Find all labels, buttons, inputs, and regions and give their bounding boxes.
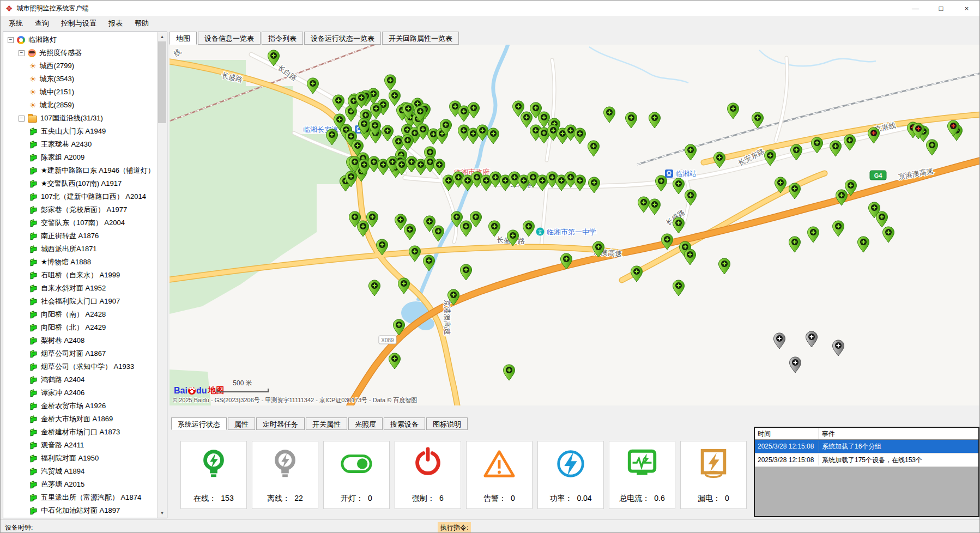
map-pin[interactable] (409, 246, 421, 262)
bottom-tab-3[interactable]: 开关属性 (306, 417, 347, 430)
tree-item-23[interactable]: 梨树巷 A2408 (3, 334, 157, 347)
tree-item-26[interactable]: 鸿鹤路 A2404 (3, 373, 157, 386)
tree-item-3[interactable]: ☀城东(3543) (3, 72, 157, 86)
map-pin[interactable] (752, 112, 764, 128)
map-pin[interactable] (833, 340, 844, 356)
tree-item-32[interactable]: 福利院对面 A1950 (3, 452, 157, 465)
map-pin[interactable] (589, 177, 600, 193)
map-pin[interactable] (626, 112, 637, 128)
tree-item-24[interactable]: 烟草公司对面 A1867 (3, 347, 157, 360)
map-pin[interactable] (714, 152, 725, 168)
map-pin[interactable] (649, 112, 661, 128)
map-pin[interactable] (461, 221, 472, 237)
tree-item-30[interactable]: 金桥建材市场门口 A1873 (3, 426, 157, 439)
map-pin[interactable] (673, 178, 685, 194)
tree-item-36[interactable]: 中石化加油站对面 A1897 (3, 504, 157, 517)
tree-item-8[interactable]: 王家珑巷 A2430 (3, 138, 157, 151)
map-pin[interactable] (868, 128, 880, 143)
tree-item-28[interactable]: 金桥农贸市场 A1926 (3, 399, 157, 413)
tree-item-1[interactable]: −光照度传感器 (3, 46, 157, 59)
tree-scrollbar[interactable]: ▲ ▼ (157, 32, 167, 518)
map-pin[interactable] (649, 199, 661, 215)
map-pin[interactable] (461, 264, 472, 280)
tree-item-33[interactable]: 汽贸城 A1894 (3, 465, 157, 478)
tree-expander-icon[interactable]: − (19, 50, 25, 56)
tree-item-37[interactable] (3, 517, 157, 518)
map-pin[interactable] (774, 333, 785, 349)
map-pin[interactable] (844, 135, 856, 150)
map-pin[interactable] (389, 353, 401, 369)
map-pin[interactable] (673, 280, 685, 296)
map-pin[interactable] (876, 211, 888, 227)
map-pin[interactable] (398, 278, 410, 294)
tree-item-22[interactable]: 向阳桥（北） A2429 (3, 321, 157, 334)
map-pin[interactable] (656, 175, 667, 191)
event-row-0[interactable]: 2025/3/28 12:15:08系统加载了16个分组 (755, 440, 978, 453)
map-pin[interactable] (673, 217, 685, 233)
map-tab-2[interactable]: 指令列表 (262, 32, 303, 45)
tree-item-21[interactable]: 向阳桥（南） A2428 (3, 308, 157, 321)
menu-item-3[interactable]: 报表 (102, 16, 129, 31)
tree-item-2[interactable]: ☀城西(2799) (3, 59, 157, 72)
map-pin[interactable] (791, 144, 802, 160)
map-pin[interactable] (604, 107, 615, 123)
tree-item-35[interactable]: 五里派出所（富源汽配） A1874 (3, 491, 157, 504)
menu-item-1[interactable]: 查询 (29, 16, 55, 31)
map-tab-0[interactable]: 地图 (170, 32, 197, 45)
minimize-button[interactable]: — (903, 1, 928, 16)
scroll-up-icon[interactable]: ▲ (158, 32, 167, 41)
map-pin[interactable] (631, 266, 643, 282)
map-pin[interactable] (385, 75, 396, 90)
map-pin[interactable] (489, 221, 500, 237)
tree-item-17[interactable]: ★博物馆 A1888 (3, 256, 157, 269)
map-pin[interactable] (927, 140, 938, 155)
menu-item-4[interactable]: 帮助 (129, 16, 155, 31)
map-pin[interactable] (371, 103, 382, 119)
map-pin[interactable] (806, 331, 818, 347)
tree-item-20[interactable]: 社会福利院大门口 A1907 (3, 295, 157, 308)
menu-item-0[interactable]: 系统 (3, 16, 29, 31)
map-pin[interactable] (790, 357, 801, 373)
map-pin[interactable] (858, 237, 869, 252)
tree-item-27[interactable]: 谭家冲 A2406 (3, 386, 157, 399)
tree-item-25[interactable]: 烟草公司（求知中学） A1933 (3, 360, 157, 373)
map-pin[interactable] (685, 144, 697, 160)
scroll-down-icon[interactable]: ▼ (158, 508, 167, 518)
tree-item-0[interactable]: −临湘路灯 (3, 33, 157, 46)
tree-expander-icon[interactable]: − (8, 37, 14, 43)
close-button[interactable]: × (954, 1, 979, 16)
tree-item-16[interactable]: 城西派出所A1871 (3, 243, 157, 256)
map-pin[interactable] (789, 183, 801, 199)
tree-expander-icon[interactable]: − (19, 116, 25, 122)
map-pin[interactable] (808, 227, 819, 243)
map-pin[interactable] (468, 102, 480, 118)
map-pin[interactable] (685, 249, 696, 265)
map-canvas[interactable]: 线长盛路长白路长安东路长安东路京港线京港澳高速长盛路长盛中路港澳高速京港澳高速 … (170, 45, 980, 405)
tree-item-12[interactable]: 107北（建新中路路口西） A2014 (3, 190, 157, 203)
tree-item-6[interactable]: −107国道沿线(31/31) (3, 112, 157, 125)
bottom-tab-5[interactable]: 搜索设备 (384, 417, 425, 430)
map-pin[interactable] (389, 90, 401, 106)
tree-item-18[interactable]: 石咀桥（自来水） A1999 (3, 269, 157, 282)
map-tab-4[interactable]: 开关回路属性一览表 (382, 32, 459, 45)
tree-item-5[interactable]: ☀城北(2859) (3, 99, 157, 112)
map-pin[interactable] (521, 112, 533, 128)
map-pin[interactable] (369, 280, 380, 296)
bottom-tab-0[interactable]: 系统运行状态 (171, 417, 227, 430)
tree-item-19[interactable]: 自来水斜对面 A1952 (3, 282, 157, 295)
tree-item-15[interactable]: 南正街转盘 A1876 (3, 229, 157, 243)
map-tab-3[interactable]: 设备运行状态一览表 (304, 32, 381, 45)
map-pin[interactable] (728, 103, 739, 119)
scroll-thumb[interactable] (158, 41, 166, 123)
tree-item-11[interactable]: ★交警队西(107南) A1917 (3, 177, 157, 190)
map-pin[interactable] (574, 128, 586, 144)
tree-item-31[interactable]: 观音路 A2411 (3, 439, 157, 452)
map-pin[interactable] (539, 112, 550, 128)
map-pin[interactable] (833, 221, 844, 237)
map-pin[interactable] (424, 255, 435, 271)
map-pin[interactable] (404, 224, 416, 240)
tree-item-29[interactable]: 金桥大市场对面 A1869 (3, 413, 157, 426)
tree-item-4[interactable]: ☀城中(2151) (3, 86, 157, 99)
bottom-tab-2[interactable]: 定时器任务 (256, 417, 305, 430)
map-pin[interactable] (719, 258, 730, 274)
